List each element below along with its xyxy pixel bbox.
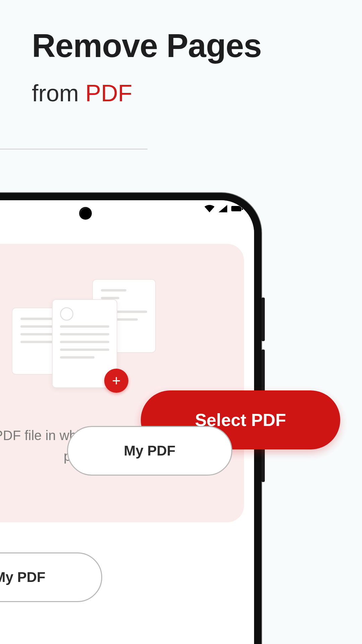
- my-pdf-label: My PDF: [0, 569, 46, 585]
- page-title: Remove Pages: [32, 29, 342, 63]
- select-file-card: + Select PDF file in which you want to r…: [0, 244, 244, 522]
- svg-rect-0: [231, 206, 241, 211]
- subtitle-from: from: [32, 80, 85, 106]
- cellular-icon: [219, 205, 227, 212]
- add-icon: +: [104, 369, 128, 393]
- status-bar: [0, 200, 254, 230]
- divider-line: [0, 149, 147, 150]
- hero-header: Remove Pages from PDF: [32, 29, 342, 107]
- my-pdf-button[interactable]: My PDF: [67, 426, 232, 476]
- front-camera: [80, 208, 91, 219]
- page-subtitle: from PDF: [32, 80, 342, 107]
- subtitle-pdf: PDF: [85, 80, 132, 106]
- phone-side-button: [261, 350, 265, 393]
- status-icons: [204, 205, 243, 212]
- wifi-icon: [204, 205, 215, 212]
- my-pdf-label: My PDF: [124, 443, 175, 459]
- documents-illustration: +: [12, 267, 156, 388]
- svg-rect-1: [242, 207, 243, 210]
- phone-side-button: [261, 298, 265, 341]
- battery-icon: [231, 205, 243, 212]
- plus-icon: +: [112, 372, 121, 389]
- my-pdf-button[interactable]: My PDF: [0, 552, 102, 602]
